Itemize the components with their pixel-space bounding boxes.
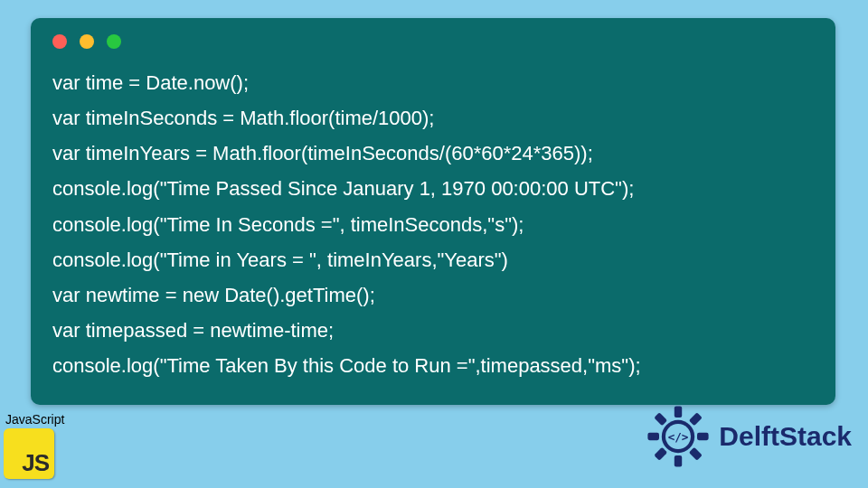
javascript-icon-text: JS [22, 449, 49, 477]
maximize-icon [107, 34, 121, 49]
code-line: console.log("Time In Seconds =", timeInS… [52, 213, 524, 236]
page-root: var time = Date.now(); var timeInSeconds… [0, 0, 868, 488]
code-card: var time = Date.now(); var timeInSeconds… [31, 18, 835, 405]
window-traffic-lights [52, 34, 814, 49]
code-line: console.log("Time in Years = ", timeInYe… [52, 249, 508, 271]
svg-rect-4 [675, 455, 682, 467]
code-line: var timeInSeconds = Math.floor(time/1000… [52, 107, 434, 129]
code-line: var newtime = new Date().getTime(); [52, 284, 375, 306]
code-line: console.log("Time Passed Since January 1… [52, 177, 634, 200]
delftstack-logo-icon: </> [646, 405, 710, 468]
code-line: var timeInYears = Math.floor(timeInSecon… [52, 142, 593, 164]
svg-text:</>: </> [668, 430, 689, 444]
javascript-badge: JavaScript JS [4, 412, 85, 479]
svg-rect-7 [655, 412, 668, 426]
delftstack-brand: </> DelftStack [646, 405, 852, 468]
svg-rect-0 [675, 406, 682, 418]
delftstack-label: DelftStack [719, 421, 852, 452]
close-icon [52, 34, 67, 49]
code-line: var time = Date.now(); [52, 71, 249, 94]
svg-rect-1 [689, 412, 703, 426]
code-line: console.log("Time Taken By this Code to … [52, 354, 641, 377]
svg-rect-2 [697, 433, 709, 440]
javascript-label: JavaScript [4, 412, 85, 427]
svg-rect-3 [689, 447, 703, 461]
javascript-icon: JS [4, 428, 54, 479]
code-line: var timepassed = newtime-time; [52, 319, 334, 342]
svg-rect-5 [655, 447, 668, 461]
minimize-icon [80, 34, 94, 49]
svg-rect-6 [648, 433, 660, 440]
code-block: var time = Date.now(); var timeInSeconds… [52, 65, 814, 383]
